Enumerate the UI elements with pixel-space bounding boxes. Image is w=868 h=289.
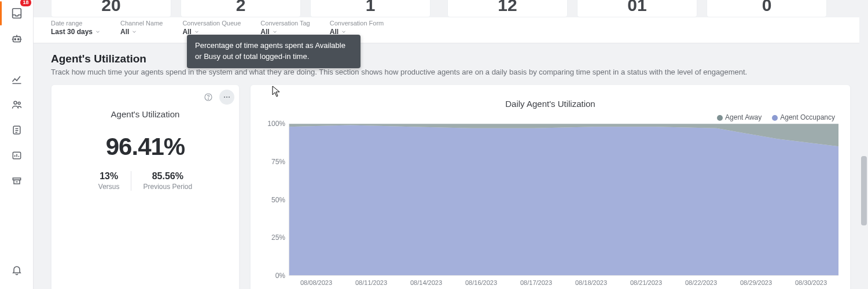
x-tick: 08/11/2023 bbox=[344, 279, 399, 286]
inbox-badge: 18 bbox=[20, 0, 31, 6]
section-header: Agent's Utilization Track how much time … bbox=[34, 43, 868, 76]
utilization-card: Agent's Utilization 96.41% 13% Versus 85… bbox=[51, 84, 240, 289]
legend-item-away[interactable]: Agent Away bbox=[717, 113, 762, 121]
filters-bar: Date range Last 30 days Channel Name All… bbox=[34, 17, 868, 43]
x-axis: 08/08/202308/11/202308/14/202308/16/2023… bbox=[262, 279, 838, 286]
svg-point-2 bbox=[14, 39, 16, 40]
sidebar-item-notifications[interactable] bbox=[5, 258, 29, 282]
cards-row: Agent's Utilization 96.41% 13% Versus 85… bbox=[34, 76, 868, 289]
x-tick: 08/08/2023 bbox=[289, 279, 344, 286]
versus-value: 13% bbox=[98, 171, 120, 181]
x-tick: 08/14/2023 bbox=[399, 279, 454, 286]
main-content: 20 2 1 12 01 0 Date range Last 30 days C… bbox=[34, 0, 868, 289]
chart-plot: 100%75%50%25%0% bbox=[262, 124, 838, 276]
filter-value: All bbox=[120, 28, 129, 36]
sidebar-item-team[interactable] bbox=[5, 92, 29, 117]
help-tooltip: Percentage of time agents spent as Avail… bbox=[187, 35, 361, 68]
filter-label: Date range bbox=[51, 20, 101, 27]
sidebar: 18 bbox=[0, 0, 34, 289]
stat-tile[interactable]: 2 bbox=[181, 0, 301, 17]
y-tick: 0% bbox=[275, 272, 285, 280]
filter-conversation-form[interactable]: Conversation Form All bbox=[330, 20, 384, 36]
filter-channel-name[interactable]: Channel Name All bbox=[120, 20, 163, 36]
versus-label: Versus bbox=[98, 183, 120, 191]
x-tick: 08/29/2023 bbox=[729, 279, 784, 286]
scrollbar[interactable] bbox=[859, 0, 868, 289]
daily-utilization-chart-card: Daily Agent's Utilization Agent Away Age… bbox=[250, 84, 851, 289]
filter-conversation-tag[interactable]: Conversation Tag All bbox=[260, 20, 310, 36]
sidebar-item-reports[interactable] bbox=[5, 143, 29, 168]
scrollbar-thumb[interactable] bbox=[861, 156, 867, 225]
svg-point-3 bbox=[17, 39, 19, 40]
stat-tile[interactable]: 12 bbox=[447, 0, 568, 17]
x-tick: 08/18/2023 bbox=[564, 279, 619, 286]
utilization-value: 96.41% bbox=[52, 133, 239, 161]
stat-tile[interactable]: 0 bbox=[707, 0, 827, 17]
help-icon[interactable] bbox=[201, 90, 216, 105]
x-tick: 08/21/2023 bbox=[619, 279, 674, 286]
section-subtitle: Track how much time your agents spend in… bbox=[51, 68, 851, 76]
legend-item-occupancy[interactable]: Agent Occupancy bbox=[772, 113, 835, 121]
svg-point-12 bbox=[224, 97, 225, 98]
y-tick: 25% bbox=[271, 234, 285, 242]
utilization-card-title: Agent's Utilization bbox=[52, 109, 239, 119]
y-tick: 50% bbox=[271, 196, 285, 204]
y-axis: 100%75%50%25%0% bbox=[262, 124, 289, 276]
filter-label: Conversation Tag bbox=[260, 20, 310, 27]
filter-date-range[interactable]: Date range Last 30 days bbox=[51, 20, 101, 36]
sidebar-item-archive[interactable] bbox=[5, 169, 29, 193]
svg-point-14 bbox=[229, 97, 230, 98]
filter-value: Last 30 days bbox=[51, 28, 93, 36]
svg-point-4 bbox=[14, 101, 17, 104]
chevron-down-icon bbox=[194, 29, 200, 35]
chart-title: Daily Agent's Utilization bbox=[262, 99, 838, 109]
comparison-row: 13% Versus 85.56% Previous Period bbox=[52, 171, 239, 191]
x-tick: 08/16/2023 bbox=[454, 279, 509, 286]
plot-area[interactable] bbox=[289, 124, 838, 276]
sidebar-item-bot[interactable] bbox=[5, 27, 29, 51]
more-icon[interactable] bbox=[219, 90, 234, 105]
y-tick: 100% bbox=[267, 120, 285, 128]
svg-point-5 bbox=[18, 102, 20, 105]
stat-tiles-row: 20 2 1 12 01 0 bbox=[34, 0, 868, 17]
filter-label: Conversation Form bbox=[330, 20, 384, 27]
chevron-down-icon bbox=[341, 29, 347, 35]
sidebar-item-inbox[interactable]: 18 bbox=[5, 1, 29, 25]
y-tick: 75% bbox=[271, 158, 285, 166]
section-title: Agent's Utilization bbox=[51, 53, 851, 65]
chevron-down-icon bbox=[272, 29, 278, 35]
stat-tile[interactable]: 1 bbox=[310, 0, 431, 17]
svg-point-11 bbox=[208, 99, 208, 99]
previous-label: Previous Period bbox=[143, 183, 192, 191]
filter-conversation-queue[interactable]: Conversation Queue All bbox=[182, 20, 241, 36]
svg-rect-0 bbox=[12, 9, 21, 18]
filter-label: Channel Name bbox=[120, 20, 163, 27]
x-tick: 08/30/2023 bbox=[784, 279, 838, 286]
chevron-down-icon bbox=[95, 29, 101, 35]
stat-tile[interactable]: 20 bbox=[51, 0, 171, 17]
x-tick: 08/17/2023 bbox=[509, 279, 564, 286]
chart-legend: Agent Away Agent Occupancy bbox=[262, 113, 838, 121]
sidebar-item-analytics[interactable] bbox=[5, 67, 29, 91]
sidebar-item-surveys[interactable] bbox=[5, 118, 29, 142]
previous-value: 85.56% bbox=[143, 171, 192, 181]
svg-point-13 bbox=[226, 97, 227, 98]
filter-label: Conversation Queue bbox=[182, 20, 241, 27]
x-tick: 08/22/2023 bbox=[674, 279, 729, 286]
stat-tile[interactable]: 01 bbox=[577, 0, 697, 17]
chevron-down-icon bbox=[131, 29, 137, 35]
